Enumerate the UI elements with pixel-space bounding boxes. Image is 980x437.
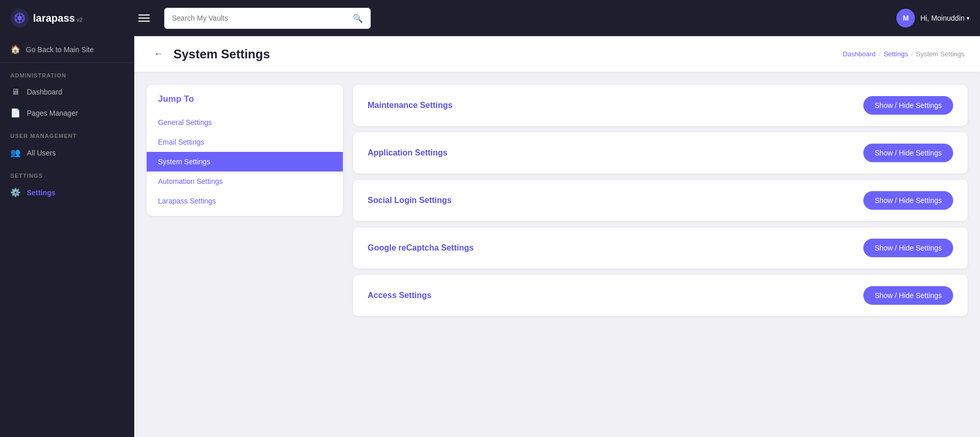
users-icon: 👥 — [10, 148, 21, 158]
breadcrumb-sep-1: / — [879, 50, 881, 58]
chevron-down-icon: ▾ — [967, 15, 970, 22]
settings-icon: ⚙️ — [10, 188, 21, 197]
settings-card-title-maintenance: Maintenance Settings — [368, 101, 452, 110]
jump-item-larapass-settings[interactable]: Larapass Settings — [147, 191, 343, 211]
main-content: ← System Settings Dashboard / Settings /… — [134, 36, 980, 437]
show-hide-button-access[interactable]: Show / Hide Settings — [863, 286, 953, 305]
breadcrumb-current: System Settings — [916, 50, 965, 58]
main-layout: 🏠 Go Back to Main Site ADMINISTRATION 🖥 … — [0, 36, 980, 437]
logo-area: larapassv2 — [10, 9, 124, 27]
breadcrumb-dashboard[interactable]: Dashboard — [843, 50, 876, 58]
show-hide-button-application[interactable]: Show / Hide Settings — [863, 144, 953, 162]
user-menu[interactable]: Hi, Moinuddin ▾ — [920, 14, 970, 22]
breadcrumb-sep-2: / — [911, 50, 913, 58]
sidebar-section-user-mgmt: USER MANAGEMENT — [0, 123, 134, 142]
jump-item-system-settings[interactable]: System Settings — [147, 152, 343, 171]
settings-card-title-social-login: Social Login Settings — [368, 196, 452, 205]
sidebar: 🏠 Go Back to Main Site ADMINISTRATION 🖥 … — [0, 36, 134, 437]
page-header-left: ← System Settings — [150, 46, 270, 61]
sidebar-item-all-users[interactable]: 👥 All Users — [0, 142, 134, 163]
hamburger-button[interactable] — [134, 10, 154, 26]
logo-text: larapassv2 — [33, 12, 83, 24]
show-hide-button-google-recaptcha[interactable]: Show / Hide Settings — [863, 239, 953, 257]
jump-item-automation-settings[interactable]: Automation Settings — [147, 171, 343, 191]
back-icon: 🏠 — [10, 44, 21, 54]
breadcrumb-settings[interactable]: Settings — [883, 50, 908, 58]
settings-card-title-access: Access Settings — [368, 291, 432, 300]
settings-card-title-google-recaptcha: Google reCaptcha Settings — [368, 243, 473, 253]
avatar: M — [896, 9, 915, 27]
page-title: System Settings — [173, 47, 270, 61]
breadcrumb: Dashboard / Settings / System Settings — [843, 50, 965, 58]
logo-icon — [10, 9, 29, 27]
sidebar-section-settings: SETTINGS — [0, 163, 134, 182]
settings-card-google-recaptcha: Google reCaptcha Settings Show / Hide Se… — [353, 227, 968, 269]
jump-to-card: Jump To General Settings Email Settings … — [147, 85, 343, 216]
search-input[interactable] — [165, 9, 345, 27]
sidebar-section-admin: ADMINISTRATION — [0, 63, 134, 82]
settings-card-title-application: Application Settings — [368, 148, 448, 158]
jump-to-header: Jump To — [147, 85, 343, 110]
sidebar-back-link[interactable]: 🏠 Go Back to Main Site — [0, 36, 134, 63]
show-hide-button-social-login[interactable]: Show / Hide Settings — [863, 191, 953, 210]
settings-card-access: Access Settings Show / Hide Settings — [353, 275, 968, 316]
settings-card-maintenance: Maintenance Settings Show / Hide Setting… — [353, 85, 968, 126]
page-header: ← System Settings Dashboard / Settings /… — [134, 36, 980, 72]
show-hide-button-maintenance[interactable]: Show / Hide Settings — [863, 96, 953, 115]
jump-item-email-settings[interactable]: Email Settings — [147, 132, 343, 152]
sidebar-item-settings[interactable]: ⚙️ Settings — [0, 182, 134, 203]
jump-item-general-settings[interactable]: General Settings — [147, 113, 343, 132]
search-bar: 🔍 — [164, 8, 371, 29]
jump-to-items: General Settings Email Settings System S… — [147, 110, 343, 216]
nav-right: M Hi, Moinuddin ▾ — [896, 9, 970, 27]
back-arrow-button[interactable]: ← — [150, 46, 167, 61]
content-area: Jump To General Settings Email Settings … — [134, 72, 980, 329]
settings-area: Maintenance Settings Show / Hide Setting… — [353, 85, 968, 316]
settings-card-application: Application Settings Show / Hide Setting… — [353, 132, 968, 174]
sidebar-item-pages-manager[interactable]: 📄 Pages Manager — [0, 102, 134, 123]
sidebar-item-dashboard[interactable]: 🖥 Dashboard — [0, 82, 134, 102]
search-button[interactable]: 🔍 — [345, 8, 370, 28]
top-navbar: larapassv2 🔍 M Hi, Moinuddin ▾ — [0, 0, 980, 36]
svg-point-1 — [18, 16, 22, 20]
pages-icon: 📄 — [10, 108, 21, 118]
dashboard-icon: 🖥 — [10, 87, 21, 97]
settings-card-social-login: Social Login Settings Show / Hide Settin… — [353, 180, 968, 221]
